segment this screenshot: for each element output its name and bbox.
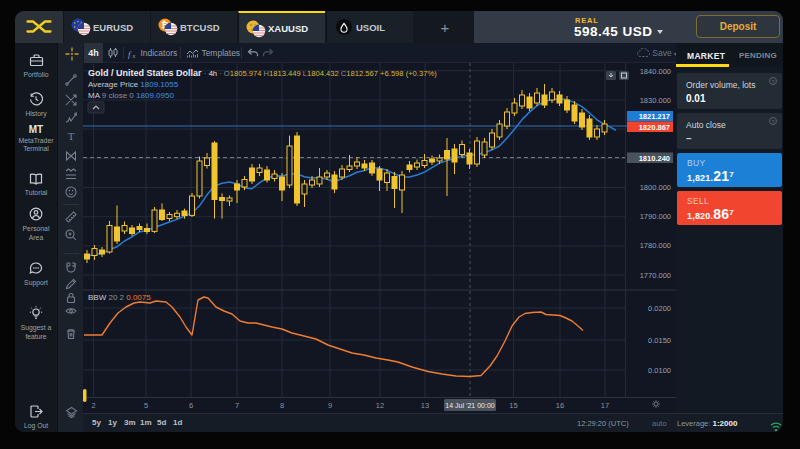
svg-text:1810.240: 1810.240 xyxy=(639,154,670,163)
svg-text:13: 13 xyxy=(421,401,429,410)
svg-text:0.0150: 0.0150 xyxy=(648,336,671,345)
svg-text:5: 5 xyxy=(144,401,148,410)
svg-text:1830.000: 1830.000 xyxy=(640,96,671,105)
svg-text:1840.000: 1840.000 xyxy=(640,67,671,76)
svg-text:1780.000: 1780.000 xyxy=(640,241,671,250)
svg-text:9: 9 xyxy=(328,401,332,410)
svg-text:15: 15 xyxy=(509,401,517,410)
svg-text:1770.000: 1770.000 xyxy=(640,271,671,280)
svg-text:2: 2 xyxy=(91,401,95,410)
svg-text:f: f xyxy=(128,48,132,58)
svg-text:14 Jul ’21 00:00: 14 Jul ’21 00:00 xyxy=(445,402,495,409)
svg-text:Gold / United States Dollar ·: Gold / United States Dollar · 4h · O1805… xyxy=(88,68,437,78)
svg-text:16: 16 xyxy=(556,401,564,410)
svg-text:6: 6 xyxy=(189,401,193,410)
svg-text:0.0100: 0.0100 xyxy=(648,366,671,375)
svg-text:17: 17 xyxy=(601,401,609,410)
svg-text:1800.000: 1800.000 xyxy=(640,183,671,192)
svg-text:12: 12 xyxy=(376,401,384,410)
svg-text:BBW 20 2 0.0075: BBW 20 2 0.0075 xyxy=(88,293,151,302)
svg-text:Average Price 1809.1055: Average Price 1809.1055 xyxy=(88,80,179,89)
svg-text:1820.867: 1820.867 xyxy=(639,123,670,132)
svg-text:8: 8 xyxy=(280,401,284,410)
svg-text:T: T xyxy=(68,130,75,142)
svg-text:1821.217: 1821.217 xyxy=(639,112,670,121)
svg-text:MA 9 close 0 1809.0950: MA 9 close 0 1809.0950 xyxy=(88,91,174,100)
svg-text:0.0200: 0.0200 xyxy=(648,304,671,313)
svg-text:1790.000: 1790.000 xyxy=(640,212,671,221)
svg-text:7: 7 xyxy=(235,401,239,410)
svg-text:x: x xyxy=(132,52,136,59)
